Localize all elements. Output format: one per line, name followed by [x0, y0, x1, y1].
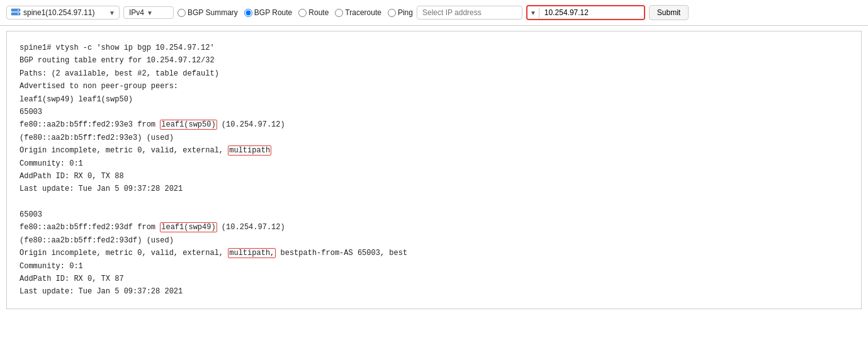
- multipath2-highlight: multipath,: [228, 248, 276, 258]
- ip-select-input[interactable]: [417, 6, 522, 20]
- radio-bgp-summary[interactable]: BGP Summary: [178, 8, 238, 17]
- ip-input-wrapper: ▼: [526, 5, 645, 20]
- radio-route-label: Route: [308, 8, 329, 17]
- radio-bgp-summary-input[interactable]: [178, 9, 186, 17]
- output-line-19: AddPath ID: RX 0, TX 87: [20, 273, 848, 285]
- radio-ping-label: Ping: [398, 8, 413, 17]
- output-line-1: spine1# vtysh -c 'show ip bgp 10.254.97.…: [20, 42, 848, 54]
- output-line-17: Origin incomplete, metric 0, valid, exte…: [20, 247, 848, 259]
- line7-pre: fe80::aa2b:b5ff:fed2:93e3 from: [20, 120, 160, 129]
- ipv4-label: IPv4: [129, 8, 144, 17]
- output-line-15: fe80::aa2b:b5ff:fed2:93df from leaf1(swp…: [20, 221, 848, 234]
- device-label: spine1(10.254.97.11): [23, 8, 106, 17]
- leaf1-swp49-highlight: leaf1(swp49): [160, 222, 217, 232]
- server-icon: [11, 8, 21, 18]
- radio-route-input[interactable]: [298, 9, 307, 17]
- output-line-16: (fe80::aa2b:b5ff:fed2:93df) (used): [20, 234, 848, 247]
- output-area: spine1# vtysh -c 'show ip bgp 10.254.97.…: [6, 31, 862, 309]
- radio-ping-input[interactable]: [388, 9, 396, 17]
- radio-ping[interactable]: Ping: [388, 8, 413, 17]
- device-chevron-icon: ▼: [109, 9, 115, 16]
- output-line-18: Community: 0:1: [20, 260, 848, 273]
- line15-post: (10.254.97.12): [217, 223, 285, 232]
- radio-bgp-summary-label: BGP Summary: [188, 8, 238, 17]
- ip-address-input[interactable]: [539, 6, 644, 19]
- output-line-11: AddPath ID: RX 0, TX 88: [20, 170, 848, 183]
- output-line-12: Last update: Tue Jan 5 09:37:28 2021: [20, 183, 848, 195]
- output-line-20: Last update: Tue Jan 5 09:37:28 2021: [20, 285, 848, 298]
- radio-traceroute[interactable]: Traceroute: [335, 8, 381, 17]
- radio-bgp-route-label: BGP Route: [254, 8, 292, 17]
- output-line-8: (fe80::aa2b:b5ff:fed2:93e3) (used): [20, 132, 848, 144]
- radio-group: BGP Summary BGP Route Route Traceroute P…: [178, 8, 413, 17]
- ipv4-selector[interactable]: IPv4 ▼: [123, 6, 174, 19]
- radio-traceroute-input[interactable]: [335, 9, 343, 17]
- radio-bgp-route[interactable]: BGP Route: [244, 8, 292, 17]
- output-line-7: fe80::aa2b:b5ff:fed2:93e3 from leaf1(swp…: [20, 118, 848, 131]
- line7-post: (10.254.97.12): [217, 120, 285, 129]
- leaf1-swp50-highlight: leaf1(swp50): [160, 120, 217, 130]
- line9-pre: Origin incomplete, metric 0, valid, exte…: [20, 146, 228, 155]
- device-selector[interactable]: spine1(10.254.97.11) ▼: [6, 6, 120, 20]
- ipv4-chevron-icon: ▼: [147, 9, 153, 16]
- output-line-6: 65003: [20, 106, 848, 118]
- multipath1-highlight: multipath: [228, 145, 271, 156]
- output-line-4: Advertised to non peer-group peers:: [20, 80, 848, 93]
- output-line-10: Community: 0:1: [20, 157, 848, 170]
- output-line-5: leaf1(swp49) leaf1(swp50): [20, 93, 848, 106]
- svg-point-2: [18, 9, 19, 11]
- line17-post: bestpath-from-AS 65003, best: [276, 249, 407, 258]
- line15-pre: fe80::aa2b:b5ff:fed2:93df from: [20, 223, 160, 232]
- toolbar: spine1(10.254.97.11) ▼ IPv4 ▼ BGP Summar…: [0, 0, 868, 26]
- ip-input-chevron-icon[interactable]: ▼: [527, 8, 539, 18]
- line17-pre: Origin incomplete, metric 0, valid, exte…: [20, 249, 228, 258]
- radio-route[interactable]: Route: [298, 8, 329, 17]
- output-line-3: Paths: (2 available, best #2, table defa…: [20, 67, 848, 80]
- submit-button[interactable]: Submit: [649, 5, 689, 20]
- output-line-2: BGP routing table entry for 10.254.97.12…: [20, 54, 848, 67]
- radio-traceroute-label: Traceroute: [345, 8, 381, 17]
- output-line-9: Origin incomplete, metric 0, valid, exte…: [20, 144, 848, 157]
- output-line-14: 65003: [20, 208, 848, 221]
- svg-point-3: [18, 13, 19, 14]
- output-line-13: [20, 196, 848, 208]
- radio-bgp-route-input[interactable]: [244, 9, 252, 17]
